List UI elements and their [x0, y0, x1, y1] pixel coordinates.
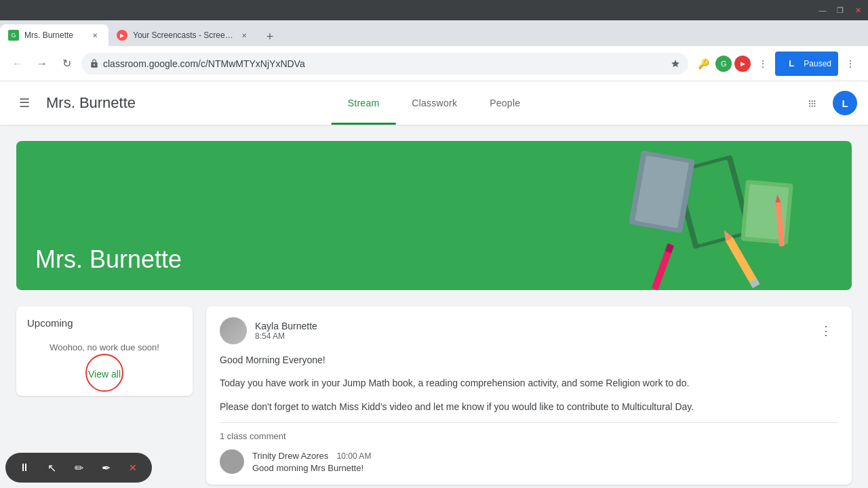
- post-text-1: Today you have work in your Jump Math bo…: [220, 375, 838, 390]
- main-content: Mrs. Burnette: [0, 125, 868, 488]
- post-time: 8:54 AM: [255, 331, 317, 341]
- banner-art: [547, 141, 852, 290]
- top-app-bar: ☰ Mrs. Burnette Stream Classwork People …: [0, 81, 868, 125]
- maximize-button[interactable]: ❐: [835, 5, 845, 15]
- omnibox-bar: ← → ↻ classroom.google.com/c/NTMwMTYxNjY…: [0, 46, 868, 81]
- tab-bar: G Mrs. Burnette ✕ ▶ Your Screencasts - S…: [0, 20, 868, 46]
- user-avatar-chrome: L: [782, 54, 801, 73]
- tab-label-1: Mrs. Burnette: [24, 30, 84, 40]
- lock-icon: [90, 59, 99, 68]
- page-content: ☰ Mrs. Burnette Stream Classwork People …: [0, 81, 868, 488]
- post-author-avatar: [220, 317, 247, 344]
- pen-tool-button[interactable]: ✏: [68, 457, 90, 479]
- comment-count: 1 class comment: [220, 431, 838, 441]
- upcoming-title: Upcoming: [27, 317, 182, 329]
- banner-title: Mrs. Burnette: [35, 245, 182, 274]
- comment-item: Trinity Drew Azores 10:00 AM Good mornin…: [220, 449, 838, 474]
- browser-chrome: — ❐ ✕ G Mrs. Burnette ✕ ▶ Your Screencas…: [0, 0, 868, 81]
- title-bar: — ❐ ✕: [0, 0, 868, 20]
- cursor-tool-button[interactable]: ↖: [41, 457, 62, 479]
- post-header: Kayla Burnette 8:54 AM ⋮: [220, 317, 838, 344]
- tab-classwork[interactable]: Classwork: [395, 81, 473, 125]
- comment-meta: Trinity Drew Azores 10:00 AM: [252, 449, 371, 462]
- post-author-name: Kayla Burnette: [255, 321, 317, 331]
- view-all-link[interactable]: View all: [27, 369, 182, 380]
- google-account-icon[interactable]: G: [715, 56, 732, 72]
- extension-icon-red[interactable]: ▶: [734, 56, 751, 72]
- key-icon[interactable]: 🔑: [694, 54, 713, 73]
- comment-avatar: [220, 449, 244, 474]
- right-column: Kayla Burnette 8:54 AM ⋮ Good Morning Ev…: [206, 306, 852, 488]
- comment-text: Good morning Mrs Burnette!: [252, 463, 371, 473]
- apps-button[interactable]: [800, 89, 827, 117]
- user-avatar[interactable]: L: [833, 91, 857, 115]
- tab-close-2[interactable]: ✕: [239, 30, 250, 41]
- tab-stream[interactable]: Stream: [332, 81, 396, 125]
- chrome-menu-button[interactable]: ⋮: [841, 54, 860, 73]
- upcoming-empty-message: Woohoo, no work due soon!: [27, 337, 182, 363]
- post-body: Good Morning Everyone! Today you have wo…: [220, 352, 838, 414]
- reload-button[interactable]: ↻: [57, 54, 76, 73]
- class-title: Mrs. Burnette: [46, 94, 136, 112]
- tab-mrs-burnette[interactable]: G Mrs. Burnette ✕: [0, 24, 108, 46]
- pause-recording-button[interactable]: ⏸: [14, 457, 35, 479]
- forward-button[interactable]: →: [33, 54, 52, 73]
- close-button[interactable]: ✕: [853, 5, 863, 15]
- tab-label-2: Your Screencasts - Screencastify: [133, 30, 233, 40]
- address-bar[interactable]: classroom.google.com/c/NTMwMTYxNjYxNDVa: [81, 53, 688, 75]
- class-banner: Mrs. Burnette: [16, 141, 852, 290]
- post-author-info: Kayla Burnette 8:54 AM: [255, 321, 317, 341]
- tab-favicon-2: ▶: [117, 30, 127, 41]
- avatar-image: [220, 317, 247, 344]
- nav-tabs: Stream Classwork People: [332, 81, 537, 125]
- comment-content: Trinity Drew Azores 10:00 AM Good mornin…: [252, 449, 371, 473]
- upcoming-card: Upcoming Woohoo, no work due soon! View …: [16, 306, 193, 396]
- highlight-tool-button[interactable]: ✒: [95, 457, 117, 479]
- recording-toolbar: ⏸ ↖ ✏ ✒ ✕: [5, 453, 152, 483]
- paused-badge[interactable]: L Paused: [775, 52, 838, 76]
- app-bar-right: L: [800, 89, 857, 117]
- post-text-2: Please don't forget to watch Miss Kidd's…: [220, 399, 838, 414]
- tab-people[interactable]: People: [473, 81, 536, 125]
- post-greeting: Good Morning Everyone!: [220, 352, 838, 367]
- back-button[interactable]: ←: [8, 54, 27, 73]
- window-controls: — ❐ ✕: [818, 5, 863, 15]
- extensions-button[interactable]: ⋮: [753, 54, 772, 73]
- paused-label: Paused: [804, 59, 831, 68]
- minimize-button[interactable]: —: [818, 5, 827, 15]
- comment-author: Trinity Drew Azores: [252, 451, 328, 461]
- tab-favicon-1: G: [8, 30, 19, 41]
- post-card: Kayla Burnette 8:54 AM ⋮ Good Morning Ev…: [206, 306, 852, 485]
- star-icon[interactable]: [671, 59, 680, 68]
- comment-section: 1 class comment Trinity Drew Azores 10:0…: [220, 422, 838, 474]
- tab-close-1[interactable]: ✕: [90, 30, 100, 41]
- post-menu-button[interactable]: ⋮: [814, 319, 838, 343]
- toolbar-icons: 🔑 G ▶ ⋮ L Paused ⋮: [694, 52, 860, 76]
- stop-recording-button[interactable]: ✕: [122, 457, 144, 479]
- tab-screencastify[interactable]: ▶ Your Screencasts - Screencastify ✕: [108, 24, 258, 46]
- url-text: classroom.google.com/c/NTMwMTYxNjYxNDVa: [103, 58, 667, 69]
- new-tab-button[interactable]: +: [260, 27, 279, 46]
- comment-time: 10:00 AM: [337, 451, 372, 461]
- menu-button[interactable]: ☰: [11, 89, 38, 117]
